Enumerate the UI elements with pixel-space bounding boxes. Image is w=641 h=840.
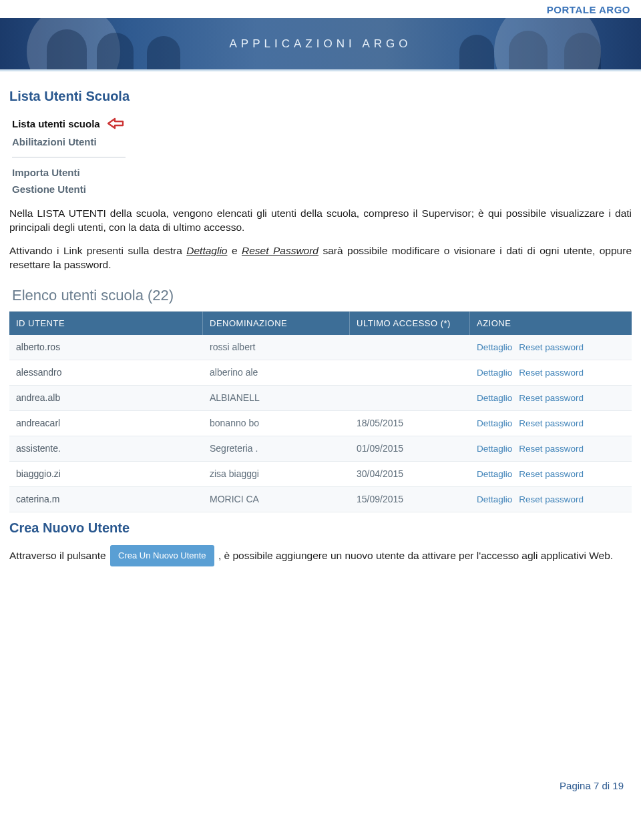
cell-azione: Dettaglio Reset password — [470, 487, 632, 511]
paragraph-links: Attivando i Link presenti sulla destra D… — [9, 244, 632, 272]
menu-item-gestione: Gestione Utenti — [12, 181, 186, 197]
action-reset-password-link[interactable]: Reset password — [519, 342, 584, 352]
cell-denominazione: MORICI CA — [203, 487, 350, 511]
text-fragment: Attraverso il pulsante — [9, 549, 109, 560]
table-row: assistente.Segreteria .01/09/2015Dettagl… — [9, 436, 632, 462]
paragraph-create: Attraverso il pulsante Crea Un Nuovo Ute… — [9, 545, 632, 567]
menu-separator — [12, 157, 126, 157]
action-dettaglio-link[interactable]: Dettaglio — [477, 393, 512, 403]
th-act: AZIONE — [470, 312, 632, 335]
action-reset-password-link[interactable]: Reset password — [519, 444, 584, 454]
table-title: Elenco utenti scuola (22) — [12, 287, 632, 304]
cell-denominazione: ALBIANELL — [203, 386, 350, 410]
brand-header: PORTALE ARGO — [0, 0, 641, 18]
menu-item-label: Importa Utenti — [12, 167, 80, 178]
action-reset-password-link[interactable]: Reset password — [519, 418, 584, 428]
section-title-lista-utenti: Lista Utenti Scuola — [9, 89, 632, 104]
th-id: ID UTENTE — [9, 312, 203, 335]
menu-item-abilitazioni: Abilitazioni Utenti — [12, 133, 186, 150]
table-row: caterina.mMORICI CA15/09/2015Dettaglio R… — [9, 487, 632, 512]
cell-ultimo-accesso: 01/09/2015 — [350, 436, 470, 460]
page-footer: Pagina 7 di 19 — [0, 780, 641, 805]
action-reset-password-link[interactable]: Reset password — [519, 393, 584, 403]
cell-ultimo-accesso: 30/04/2015 — [350, 462, 470, 486]
cell-ultimo-accesso: 15/09/2015 — [350, 487, 470, 511]
action-reset-password-link[interactable]: Reset password — [519, 368, 584, 378]
text-fragment: Attivando i Link presenti sulla destra — [9, 245, 186, 256]
action-dettaglio-link[interactable]: Dettaglio — [477, 342, 512, 352]
banner: APPLICAZIONI ARGO — [0, 18, 641, 71]
cell-denominazione: rossi albert — [203, 335, 350, 359]
menu-item-importa: Importa Utenti — [12, 164, 186, 181]
table-row: alessandroalberino aleDettaglio Reset pa… — [9, 360, 632, 386]
menu-item-label: Lista utenti scuola — [12, 118, 100, 129]
cell-ultimo-accesso — [350, 391, 470, 404]
cell-ultimo-accesso — [350, 366, 470, 379]
arrow-left-icon — [105, 116, 126, 131]
cell-azione: Dettaglio Reset password — [470, 462, 632, 486]
link-reset-text: Reset Password — [242, 245, 318, 256]
cell-id: assistente. — [9, 436, 203, 460]
menu-item-lista-utenti: Lista utenti scuola — [12, 113, 186, 133]
link-dettaglio-text: Dettaglio — [186, 245, 227, 256]
banner-title: APPLICAZIONI ARGO — [230, 37, 412, 51]
section-title-crea-nuovo: Crea Nuovo Utente — [9, 520, 632, 536]
table-row: alberto.rosrossi albertDettaglio Reset p… — [9, 335, 632, 360]
table-header-row: ID UTENTE DENOMINAZIONE ULTIMO ACCESSO (… — [9, 312, 632, 335]
th-den: DENOMINAZIONE — [203, 312, 350, 335]
action-dettaglio-link[interactable]: Dettaglio — [477, 444, 512, 454]
th-acc: ULTIMO ACCESSO (*) — [350, 312, 470, 335]
cell-denominazione: alberino ale — [203, 360, 350, 384]
cell-id: andrea.alb — [9, 386, 203, 410]
cell-azione: Dettaglio Reset password — [470, 386, 632, 410]
sidebar-menu-screenshot: Lista utenti scuola Abilitazioni Utenti … — [12, 113, 186, 197]
cell-azione: Dettaglio Reset password — [470, 411, 632, 435]
cell-denominazione: zisa biagggi — [203, 462, 350, 486]
cell-ultimo-accesso: 18/05/2015 — [350, 411, 470, 435]
action-dettaglio-link[interactable]: Dettaglio — [477, 418, 512, 428]
cell-denominazione: bonanno bo — [203, 411, 350, 435]
menu-item-label: Abilitazioni Utenti — [12, 136, 97, 147]
table-row: andreacarlbonanno bo18/05/2015Dettaglio … — [9, 411, 632, 436]
menu-item-label: Gestione Utenti — [12, 183, 86, 195]
table-row: biagggio.zizisa biagggi30/04/2015Dettagl… — [9, 462, 632, 487]
cell-id: alberto.ros — [9, 335, 203, 359]
action-reset-password-link[interactable]: Reset password — [519, 494, 584, 504]
create-user-button[interactable]: Crea Un Nuovo Utente — [110, 545, 214, 567]
cell-id: caterina.m — [9, 487, 203, 511]
cell-ultimo-accesso — [350, 340, 470, 354]
text-fragment: e — [227, 245, 242, 256]
action-reset-password-link[interactable]: Reset password — [519, 469, 584, 479]
cell-azione: Dettaglio Reset password — [470, 360, 632, 384]
cell-denominazione: Segreteria . — [203, 436, 350, 460]
text-fragment: , è possibile aggiungere un nuovo utente… — [218, 549, 613, 560]
action-dettaglio-link[interactable]: Dettaglio — [477, 494, 512, 504]
action-dettaglio-link[interactable]: Dettaglio — [477, 368, 512, 378]
cell-id: andreacarl — [9, 411, 203, 435]
action-dettaglio-link[interactable]: Dettaglio — [477, 469, 512, 479]
users-table: ID UTENTE DENOMINAZIONE ULTIMO ACCESSO (… — [9, 311, 632, 512]
cell-azione: Dettaglio Reset password — [470, 335, 632, 359]
cell-id: biagggio.zi — [9, 462, 203, 486]
cell-azione: Dettaglio Reset password — [470, 436, 632, 460]
paragraph-intro: Nella LISTA UTENTI della scuola, vengono… — [9, 207, 632, 235]
cell-id: alessandro — [9, 360, 203, 384]
table-row: andrea.albALBIANELLDettaglio Reset passw… — [9, 386, 632, 411]
